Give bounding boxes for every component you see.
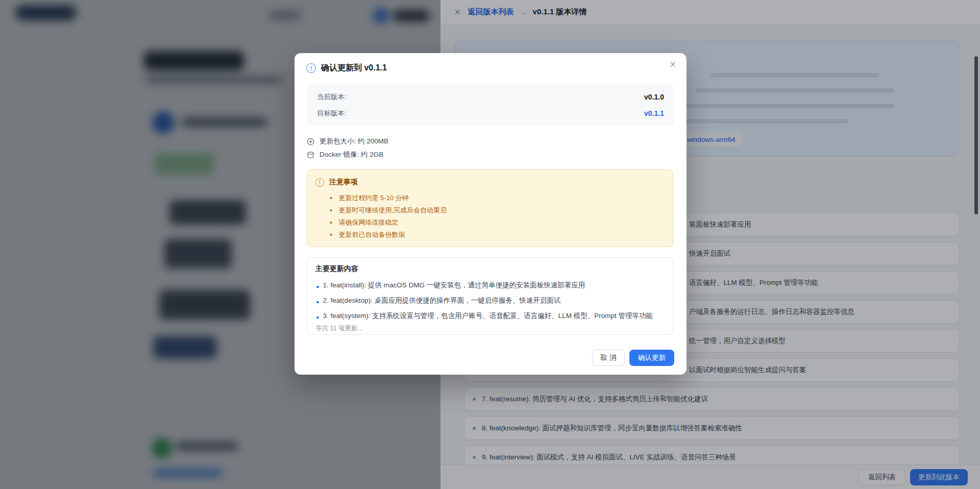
bullet-icon — [330, 222, 332, 224]
confirm-update-button[interactable]: 确认更新 — [629, 350, 674, 366]
package-size-text: 更新包大小: 约 200MB — [320, 137, 388, 146]
warning-title: 注意事项 — [329, 178, 358, 187]
changelog-item-text: 2. feat(desktop): 桌面应用提供便捷的操作界面，一键启停服务、快… — [323, 296, 561, 305]
confirm-update-modal: ✕ ! 确认更新到 v0.1.1 当前版本: v0.1.0 目标版本: v0.1… — [295, 53, 687, 375]
docker-image-icon — [307, 151, 314, 159]
cancel-button[interactable]: 取 消 — [592, 350, 625, 366]
warning-item-text: 更新时可继续使用,完成后会自动重启 — [339, 206, 447, 215]
warning-item: 更新过程约需 5-10 分钟 — [315, 192, 665, 204]
version-compare-box: 当前版本: v0.1.0 目标版本: v0.1.1 — [307, 85, 674, 126]
warning-item: 请确保网络连接稳定 — [315, 216, 665, 229]
warning-item-text: 请确保网络连接稳定 — [339, 218, 399, 227]
close-icon[interactable]: ✕ — [670, 60, 676, 69]
target-version-label: 目标版本: — [317, 109, 347, 118]
modal-title-row: ! 确认更新到 v0.1.1 — [306, 63, 387, 74]
changelog-item: 3. feat(system): 支持系统设置与管理，包含用户账号、语音配置、语… — [315, 308, 665, 324]
package-size-line: 更新包大小: 约 200MB — [307, 135, 388, 148]
changelog-more-note: 等共 11 项更新... — [315, 324, 665, 333]
current-version-value: v0.1.0 — [644, 93, 664, 101]
current-version-label: 当前版本: — [317, 92, 347, 102]
warning-notice-box: ! 注意事项 更新过程约需 5-10 分钟 更新时可继续使用,完成后会自动重启 … — [307, 169, 673, 247]
target-version-row: 目标版本: v0.1.1 — [317, 107, 664, 119]
changelog-title: 主要更新内容 — [315, 264, 665, 275]
changelog-item: 2. feat(desktop): 桌面应用提供便捷的操作界面，一键启停服务、快… — [315, 293, 665, 308]
docker-size-text: Docker 镜像: 约 2GB — [320, 150, 383, 159]
docker-size-line: Docker 镜像: 约 2GB — [307, 148, 388, 161]
modal-title: 确认更新到 v0.1.1 — [321, 63, 387, 74]
warning-item-text: 更新前已自动备份数据 — [339, 230, 405, 239]
bullet-icon — [330, 209, 332, 212]
update-size-info: 更新包大小: 约 200MB Docker 镜像: 约 2GB — [307, 135, 388, 161]
bullet-icon — [316, 301, 319, 304]
warning-item-text: 更新过程约需 5-10 分钟 — [339, 193, 409, 203]
warning-header: ! 注意事项 — [315, 177, 665, 187]
bullet-icon — [330, 197, 332, 200]
download-icon — [307, 138, 314, 145]
info-circle-icon: ! — [306, 63, 316, 73]
changelog-box: 主要更新内容 1. feat(install): 提供 macOS DMG 一键… — [307, 257, 673, 335]
changelog-item-text: 3. feat(system): 支持系统设置与管理，包含用户账号、语音配置、语… — [323, 311, 653, 321]
bullet-icon — [316, 316, 319, 319]
warning-list: 更新过程约需 5-10 分钟 更新时可继续使用,完成后会自动重启 请确保网络连接… — [315, 192, 665, 241]
changelog-item: 1. feat(install): 提供 macOS DMG 一键安装包，通过简… — [315, 278, 665, 293]
modal-actions: 取 消 确认更新 — [592, 350, 674, 366]
changelog-list: 1. feat(install): 提供 macOS DMG 一键安装包，通过简… — [315, 278, 665, 324]
warning-circle-icon: ! — [315, 178, 324, 187]
warning-item: 更新前已自动备份数据 — [315, 229, 665, 241]
bullet-icon — [316, 286, 319, 288]
warning-item: 更新时可继续使用,完成后会自动重启 — [315, 204, 665, 216]
target-version-value: v0.1.1 — [644, 109, 664, 117]
current-version-row: 当前版本: v0.1.0 — [317, 91, 664, 103]
changelog-item-text: 1. feat(install): 提供 macOS DMG 一键安装包，通过简… — [323, 281, 585, 290]
bullet-icon — [330, 234, 332, 236]
